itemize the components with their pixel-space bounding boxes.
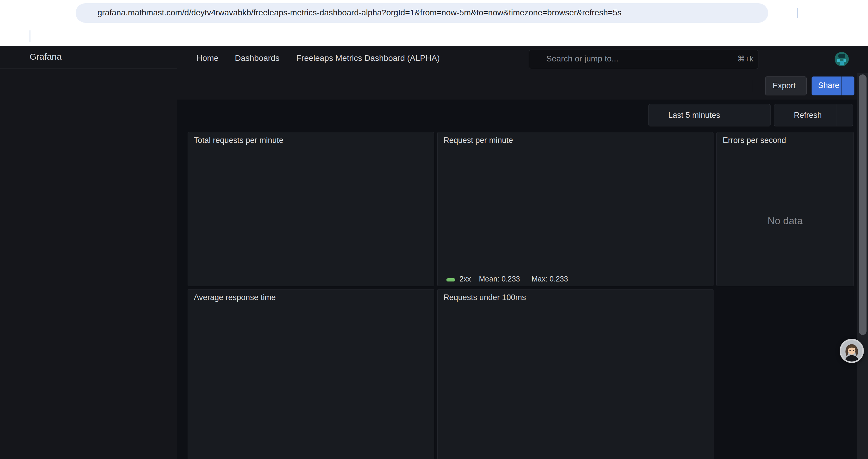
sidebar-header: Grafana (0, 46, 177, 68)
panel-title[interactable]: Average response time (194, 293, 276, 302)
user-avatar[interactable] (835, 52, 849, 66)
breadcrumb-dashboards[interactable]: Dashboards (235, 54, 279, 63)
refresh-button[interactable]: Refresh (774, 104, 836, 126)
zoom-out-icon (754, 110, 764, 121)
actions-divider (752, 80, 752, 92)
time-range-chevron-icon (735, 112, 742, 119)
kiosk-monitor-icon[interactable] (812, 54, 822, 64)
bookmark-star-icon[interactable] (747, 8, 757, 18)
profile-icon[interactable] (829, 7, 840, 19)
share-button[interactable]: Share (812, 76, 841, 95)
panel-title[interactable]: Errors per second (723, 136, 786, 145)
breadcrumb-current: Freeleaps Metrics Dashboard (ALPHA) (296, 54, 440, 63)
keyboard-icon (713, 55, 723, 64)
no-data-text: No data (717, 215, 854, 227)
request-per-minute-chart (438, 132, 713, 286)
page-scrollbar-thumb[interactable] (859, 74, 867, 335)
under-100ms-chart (438, 290, 713, 459)
export-button[interactable]: Export (765, 76, 807, 95)
extensions-icon[interactable] (776, 8, 787, 18)
series-max: Max: 0.233 (531, 275, 568, 283)
series-name[interactable]: 2xx (459, 275, 471, 283)
search-icon (534, 55, 543, 64)
refresh-label: Refresh (794, 111, 822, 120)
search-placeholder: Search or jump to... (546, 54, 618, 64)
favorite-star-icon[interactable] (734, 81, 744, 91)
clock-icon (655, 111, 664, 120)
refresh-icon (781, 111, 790, 120)
panel-errors-per-second: Errors per second No data (716, 132, 854, 286)
forward-icon[interactable] (35, 8, 46, 18)
time-range-picker[interactable]: Last 5 minutes (649, 104, 747, 126)
help-icon[interactable] (766, 54, 776, 64)
url-text: grafana.mathmast.com/d/deytv4rwavabkb/fr… (97, 8, 621, 18)
dashboard-canvas: Last 5 minutes Refresh Total requests pe… (177, 100, 868, 459)
zoom-out-button[interactable] (747, 104, 771, 126)
breadcrumb-home[interactable]: Home (196, 54, 219, 63)
reload-icon[interactable] (62, 8, 73, 18)
browser-menu-icon[interactable] (851, 7, 862, 18)
apps-grid-icon[interactable] (10, 31, 20, 41)
app-title: Grafana (30, 52, 61, 62)
avg-response-chart (188, 290, 434, 459)
panel-avg-response-time: Average response time (188, 289, 434, 459)
dashboard-actions-row: Export Share (177, 72, 868, 100)
series-pill (446, 278, 455, 282)
export-chevron-icon (795, 83, 802, 90)
total-requests-chart (188, 132, 434, 286)
dock-menu-icon[interactable] (158, 52, 168, 62)
grafana-logo-icon[interactable] (8, 49, 24, 65)
share-dropdown-button[interactable] (841, 76, 855, 95)
nav-header: Home Dashboards Freeleaps Metrics Dashbo… (177, 46, 868, 73)
search-input[interactable]: Search or jump to... ⌘+k (529, 50, 758, 69)
share-label: Share (818, 81, 839, 90)
back-icon[interactable] (9, 8, 20, 18)
refresh-chevron-icon (841, 112, 848, 119)
address-bar[interactable]: grafana.mathmast.com/d/deytv4rwavabkb/fr… (75, 3, 768, 23)
panel-request-per-minute: Request per minute 2xx Mean: 0.233 Max: … (437, 132, 713, 286)
series-mean: Mean: 0.233 (479, 275, 520, 283)
refresh-interval-button[interactable] (836, 104, 853, 126)
panel-title[interactable]: Requests under 100ms (443, 293, 526, 302)
toolbar-divider (797, 8, 798, 18)
page-scrollbar-track (857, 73, 868, 459)
breadcrumb-chevron-icon (222, 55, 229, 63)
panel-total-requests: Total requests per minute (188, 132, 434, 286)
site-settings-icon[interactable] (82, 8, 92, 18)
main-area: Home Dashboards Freeleaps Metrics Dashbo… (177, 46, 868, 459)
export-label: Export (773, 81, 796, 90)
assistant-avatar[interactable] (840, 339, 864, 363)
bookmarks-bar (0, 26, 868, 46)
panel-title[interactable]: Total requests per minute (194, 136, 283, 145)
downloads-icon[interactable] (808, 8, 818, 18)
grafana-app: Grafana Home Dashboards Freeleaps Metric… (0, 46, 868, 459)
bookmarks-divider (30, 30, 30, 42)
screen: grafana.mathmast.com/d/deytv4rwavabkb/fr… (0, 0, 868, 459)
panel-title[interactable]: Request per minute (443, 136, 513, 145)
sidebar: Grafana (0, 46, 177, 459)
breadcrumb-chevron-icon (283, 55, 291, 63)
search-shortcut: ⌘+k (737, 54, 753, 64)
share-chevron-icon (845, 83, 852, 90)
assistant-girl-illustration (841, 340, 862, 362)
news-rss-icon[interactable] (789, 54, 799, 64)
browser-toolbar: grafana.mathmast.com/d/deytv4rwavabkb/fr… (0, 0, 868, 26)
time-range-label: Last 5 minutes (668, 111, 720, 120)
panel-under-100ms: Requests under 100ms (437, 289, 713, 459)
